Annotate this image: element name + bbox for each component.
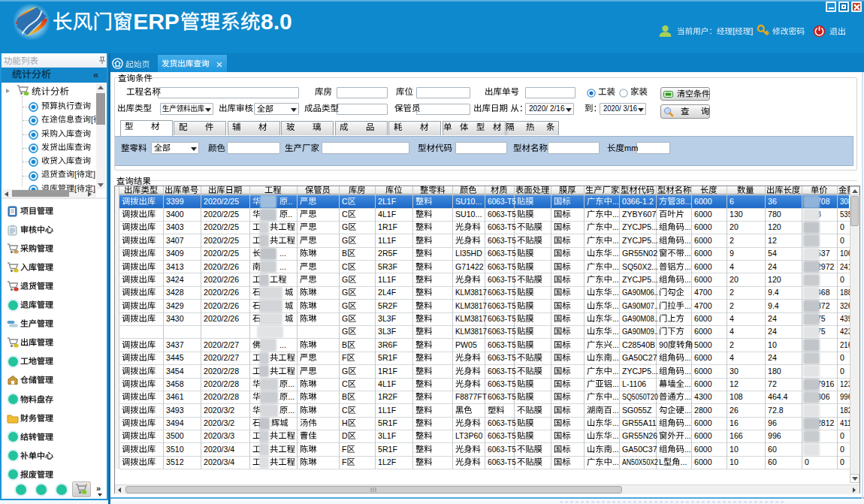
svg-text:12: 12 [768, 236, 777, 245]
svg-text:38...: 38... [675, 197, 691, 206]
svg-text:G: G [342, 288, 348, 297]
svg-text:5R3F: 5R3F [378, 262, 397, 271]
svg-text:9.4: 9.4 [768, 301, 779, 310]
svg-text:1R1F: 1R1F [378, 222, 397, 231]
svg-text:108: 108 [730, 392, 743, 401]
svg-text:0: 0 [840, 236, 844, 245]
svg-text:26: 26 [730, 406, 739, 415]
svg-text:...: ... [684, 275, 690, 284]
svg-text:6000: 6000 [694, 262, 712, 271]
svg-text:...: ... [612, 275, 618, 284]
svg-text:3/16: 3/16 [624, 104, 637, 113]
svg-text:2: 2 [730, 301, 734, 310]
svg-text:4L1F: 4L1F [378, 210, 397, 219]
svg-text:F: F [342, 353, 347, 362]
svg-text:...: ... [612, 445, 618, 454]
svg-text:...: ... [612, 431, 618, 440]
svg-text:SG055Z: SG055Z [622, 406, 652, 415]
svg-text:G: G [342, 236, 348, 245]
svg-text:6063-T5: 6063-T5 [488, 315, 516, 323]
svg-text:6000: 6000 [694, 327, 712, 336]
svg-text:KLM3817: KLM3817 [455, 315, 487, 323]
svg-text:..: .. [288, 210, 292, 219]
svg-text:72: 72 [768, 379, 777, 388]
svg-text:6063-T5: 6063-T5 [488, 327, 516, 336]
svg-text:2020/2/25: 2020/2/25 [204, 210, 239, 219]
svg-text:9: 9 [730, 249, 734, 258]
svg-text:6063-T5: 6063-T5 [488, 432, 516, 440]
svg-text:ERP: ERP [133, 9, 180, 34]
svg-text:ZYCJP5...: ZYCJP5... [622, 367, 658, 376]
svg-text:96: 96 [768, 418, 777, 427]
svg-text:KLM3817: KLM3817 [455, 301, 487, 309]
svg-text:...: ... [612, 392, 618, 401]
svg-text:6063-T5: 6063-T5 [488, 380, 516, 388]
svg-text:GA90M09..: GA90M09.. [622, 327, 658, 337]
svg-text:166: 166 [730, 431, 743, 440]
svg-text:ZYCJP5...: ZYCJP5... [622, 275, 658, 284]
svg-text:6063-T5: 6063-T5 [488, 276, 516, 284]
svg-text:6063-T5: 6063-T5 [488, 210, 516, 219]
svg-text:...: ... [612, 197, 618, 206]
svg-text:2800: 2800 [694, 406, 712, 415]
svg-text:36: 36 [768, 197, 777, 206]
svg-text:0: 0 [840, 457, 844, 466]
svg-text:6000: 6000 [694, 418, 712, 427]
svg-text:F: F [342, 457, 347, 466]
svg-text:4: 4 [730, 353, 734, 362]
svg-text:..: .. [288, 197, 292, 206]
svg-text:6063-T5: 6063-T5 [488, 354, 516, 362]
svg-text:5000: 5000 [694, 340, 712, 349]
svg-text:1L1F: 1L1F [378, 236, 397, 245]
svg-text:...: ... [612, 379, 618, 388]
svg-text:6000: 6000 [694, 457, 712, 466]
svg-text:6000: 6000 [694, 236, 712, 245]
svg-text:2020/2/25: 2020/2/25 [204, 197, 239, 206]
svg-text:G71422: G71422 [455, 262, 484, 271]
svg-text:6000: 6000 [694, 353, 712, 362]
svg-text:KLM3817: KLM3817 [455, 327, 487, 336]
svg-text:5R1F: 5R1F [378, 445, 397, 454]
svg-text:3409: 3409 [166, 249, 184, 258]
svg-text:0: 0 [840, 275, 844, 284]
svg-text:2020/2/25: 2020/2/25 [204, 236, 239, 245]
svg-text:2020/2/26: 2020/2/26 [204, 301, 239, 310]
svg-text:2020/2/28: 2020/2/28 [204, 367, 239, 376]
svg-text:1L1F: 1L1F [378, 406, 397, 415]
svg-text:C: C [342, 262, 348, 271]
svg-text:3494: 3494 [166, 418, 184, 427]
svg-text:4300: 4300 [694, 392, 712, 401]
svg-text:1R1F: 1R1F [378, 367, 397, 376]
svg-text:2: 2 [730, 340, 734, 349]
svg-text:2020/2/28: 2020/2/28 [204, 379, 239, 388]
svg-text:...: ... [612, 236, 618, 245]
svg-text:...: ... [612, 288, 618, 297]
svg-text:G: G [342, 301, 348, 310]
svg-text:90: 90 [659, 340, 668, 349]
svg-text:GR55N02: GR55N02 [622, 249, 657, 258]
svg-text:8.0: 8.0 [261, 9, 292, 34]
svg-text:10: 10 [730, 445, 739, 454]
svg-text:120: 120 [768, 275, 781, 284]
svg-text:...: ... [279, 340, 286, 349]
svg-text:20: 20 [730, 222, 739, 231]
svg-text:6000: 6000 [694, 314, 712, 323]
svg-text:G: G [342, 222, 348, 231]
svg-text:0366-1.2: 0366-1.2 [622, 197, 654, 206]
svg-text:GA90M06..: GA90M06.. [622, 288, 658, 297]
svg-text:C: C [342, 197, 348, 206]
svg-text:6063-T5: 6063-T5 [488, 262, 516, 270]
svg-text:3454: 3454 [166, 367, 184, 376]
svg-text:B: B [342, 340, 347, 349]
svg-text:]: ] [93, 170, 95, 179]
svg-text:6063-T5: 6063-T5 [488, 249, 516, 258]
svg-text:780: 780 [768, 210, 781, 219]
svg-text:2020/2/27: 2020/2/27 [204, 340, 239, 349]
svg-text:72.8: 72.8 [768, 406, 784, 415]
svg-text:...: ... [612, 457, 618, 466]
svg-text:6063-T5: 6063-T5 [488, 197, 516, 205]
svg-text:24: 24 [768, 353, 777, 362]
svg-text:...: ... [684, 262, 690, 271]
svg-text:GA50C37: GA50C37 [622, 445, 657, 454]
svg-text:4: 4 [730, 262, 734, 271]
